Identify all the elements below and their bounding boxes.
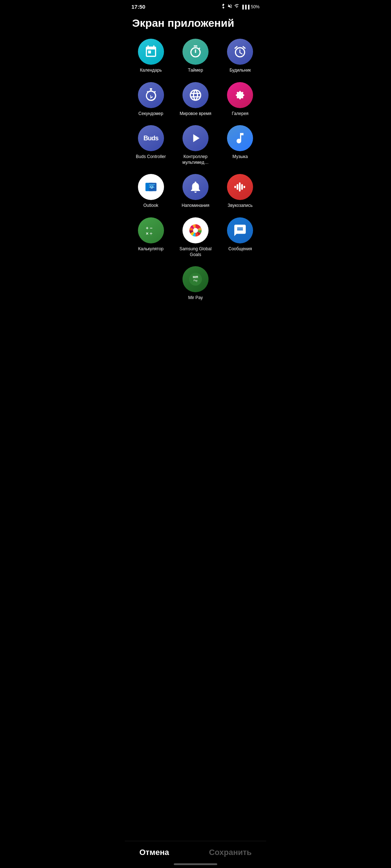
app-stopwatch[interactable]: Секундомер [129, 77, 173, 120]
voicerecorder-icon [227, 174, 253, 200]
app-voicerecorder[interactable]: Звукозапись [218, 169, 262, 212]
timer-label: Таймер [188, 68, 203, 73]
app-calculator[interactable]: + − × ÷ Калькулятор [129, 212, 173, 261]
messages-icon [227, 217, 253, 243]
svg-rect-21 [244, 186, 245, 188]
outlook-label: Outlook [143, 203, 158, 209]
svg-text:Pay: Pay [194, 279, 198, 282]
calculator-label: Калькулятор [138, 246, 164, 252]
app-alarm[interactable]: Будильник [218, 34, 262, 77]
worldtime-icon [182, 82, 209, 108]
svg-point-4 [241, 94, 244, 96]
worldtime-label: Мировое время [180, 111, 211, 117]
messages-label: Сообщения [228, 246, 252, 252]
app-messages[interactable]: Сообщения [218, 212, 262, 261]
calendar-icon [138, 39, 164, 65]
stopwatch-icon [138, 82, 164, 108]
music-icon [227, 125, 253, 151]
app-worldtime[interactable]: Мировое время [173, 77, 218, 120]
app-gallery[interactable]: Галерея [218, 77, 262, 120]
svg-rect-17 [234, 186, 236, 188]
svg-rect-16 [149, 187, 154, 188]
svg-point-24 [193, 228, 198, 233]
svg-point-2 [239, 91, 241, 94]
reminders-icon [182, 174, 209, 200]
buds-icon: Buds [138, 125, 164, 151]
buds-label: Buds Controller [136, 154, 166, 160]
timer-icon [182, 39, 209, 65]
alarm-icon [227, 39, 253, 65]
app-music[interactable]: Музыка [218, 120, 262, 169]
gallery-label: Галерея [232, 111, 248, 117]
svg-text:+  −: + − [146, 226, 152, 231]
app-mirpay[interactable]: MIR Pay Mir Pay [173, 261, 218, 305]
app-timer[interactable]: Таймер [173, 34, 218, 77]
app-reminders[interactable]: Напоминания [173, 169, 218, 212]
app-calendar[interactable]: Календарь [129, 34, 173, 77]
svg-rect-15 [149, 186, 154, 187]
mirpay-icon: MIR Pay [182, 266, 209, 292]
svg-point-10 [239, 93, 242, 97]
calendar-label: Календарь [140, 68, 162, 73]
svg-text:×  ÷: × ÷ [146, 231, 152, 236]
status-bar: 17:50 ▐▐▐ 50% [125, 0, 266, 11]
svg-point-6 [239, 97, 241, 99]
voicerecorder-label: Звукозапись [228, 203, 253, 209]
globalgoals-icon [182, 217, 209, 243]
svg-rect-14 [149, 184, 155, 185]
apps-grid: Календарь Таймер Будильник Секундомер [125, 34, 266, 305]
signal-icon: ▐▐▐ [241, 5, 249, 9]
mirpay-label: Mir Pay [188, 295, 203, 301]
svg-rect-18 [237, 184, 239, 190]
status-time: 17:50 [131, 4, 145, 10]
music-label: Музыка [232, 154, 248, 160]
alarm-label: Будильник [230, 68, 251, 73]
svg-point-8 [236, 94, 239, 96]
svg-text:MIR: MIR [193, 276, 198, 279]
outlook-icon: O [138, 174, 164, 200]
globalgoals-label: Samsung Global Goals [179, 246, 212, 258]
mute-icon [227, 4, 232, 10]
app-mediaplayer[interactable]: Контроллер мультимед… [173, 120, 218, 169]
app-globalgoals[interactable]: Samsung Global Goals [173, 212, 218, 261]
page-title: Экран приложений [125, 11, 266, 34]
mediaplayer-label: Контроллер мультимед… [179, 154, 212, 165]
bluetooth-icon [221, 4, 226, 10]
calculator-icon: + − × ÷ [138, 217, 164, 243]
gallery-icon [227, 82, 253, 108]
battery-icon: 50% [251, 4, 260, 9]
svg-rect-20 [241, 184, 243, 190]
mediaplayer-icon [182, 125, 209, 151]
app-outlook[interactable]: O Outlook [129, 169, 173, 212]
stopwatch-label: Секундомер [138, 111, 163, 117]
app-buds[interactable]: Buds Buds Controller [129, 120, 173, 169]
svg-rect-19 [239, 183, 241, 192]
wifi-icon [234, 4, 240, 10]
status-icons: ▐▐▐ 50% [221, 4, 260, 10]
reminders-label: Напоминания [182, 203, 210, 209]
